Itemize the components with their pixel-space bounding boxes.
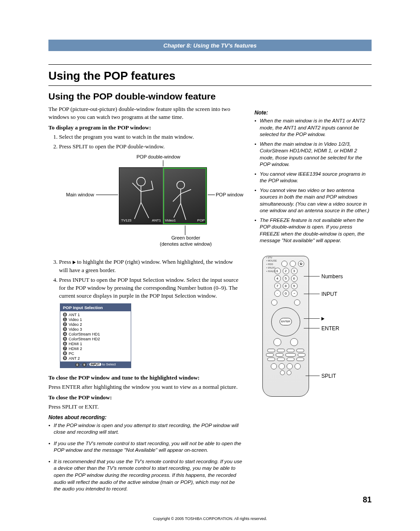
recording-note: If you use the TV's remote control to st… — [48, 440, 242, 454]
remote-btn — [279, 363, 285, 369]
remote-label-input: INPUT — [321, 291, 337, 297]
remote-btn — [287, 370, 291, 375]
pop-tag-pop: POP — [197, 218, 205, 222]
remote-btn — [290, 261, 296, 267]
remote-btn — [294, 299, 300, 306]
input-row: 2Video 2 — [62, 322, 129, 327]
remote-label-right — [321, 315, 324, 321]
page-title: Using the POP features — [48, 69, 372, 83]
chapter-title: Chapter 8: Using the TV's features — [163, 42, 257, 49]
num-3-button: 3 — [291, 268, 298, 274]
step-2: Press SPLIT to open the POP double-windo… — [59, 143, 242, 151]
pop-window-half: Video1 POP — [163, 168, 207, 224]
num-4-button: 4 — [274, 275, 281, 282]
remote-btn — [281, 261, 287, 267]
right-arrow-icon — [321, 317, 324, 321]
input-sel-title: POP Input Selection — [60, 304, 131, 311]
step-1: Select the program you want to watch in … — [59, 133, 242, 141]
legend-line1: Green border — [159, 235, 212, 240]
callout-line — [304, 294, 320, 294]
remote-mode-list: • I/TV • MOUSE • HDD • I/AUX1 • H/AUX2 — [266, 256, 277, 273]
recording-note-list: If the POP window is open and you attemp… — [48, 422, 242, 493]
split-button — [295, 363, 301, 369]
right-arrow-icon — [73, 261, 76, 264]
num-6-button: 6 — [291, 275, 298, 282]
close-body: Press SPLIT or EXIT. — [48, 403, 242, 411]
num-2-button: 2 — [283, 268, 289, 274]
dpad: ENTER — [271, 307, 300, 336]
input-row: 9ANT 2 — [62, 356, 129, 361]
side-note: The FREEZE feature is not available when… — [254, 217, 372, 244]
remote-btn — [296, 349, 304, 352]
remote-btn — [277, 358, 285, 361]
callout-line — [304, 318, 320, 319]
num-8-button: 8 — [283, 283, 289, 289]
input-sel-footer: 0 - 9 / INPUT to Select — [60, 361, 131, 367]
input-row: 8PC — [62, 351, 129, 356]
side-note: When the main window is in Video 1/2/3, … — [254, 141, 372, 168]
side-note-list: When the main window is in the ANT1 or A… — [254, 118, 372, 244]
remote-btn — [276, 353, 284, 357]
remote-label-numbers: Numbers — [321, 273, 343, 280]
diagram-line — [185, 225, 185, 235]
display-heading: To display a program in the POP window: — [48, 124, 242, 131]
recording-note: It is recommended that you use the TV's … — [48, 458, 242, 493]
vol-button — [290, 338, 298, 346]
input-row: 4ColorStream HD1 — [62, 332, 129, 336]
close-highlight-body: Press ENTER after highlighting the windo… — [48, 383, 242, 391]
remote-body: • I/TV • MOUSE • HDD • I/AUX1 • H/AUX2 ⏻… — [262, 256, 309, 397]
side-note: You cannot view two video or two antenna… — [254, 187, 372, 214]
close-heading: To close the POP window: — [48, 394, 242, 401]
remote-btn — [266, 353, 274, 357]
side-note: When the main window is in the ANT1 or A… — [254, 118, 372, 138]
remote-btn — [271, 363, 277, 369]
tv-screen: TV123 ANT1 Video1 POP — [119, 167, 207, 225]
diagram-left-label: Main window — [66, 192, 94, 197]
input-button: ⇢ — [291, 290, 298, 297]
pop-input-selection-box: POP Input Selection 0ANT 1 1Video 1 2Vid… — [60, 303, 131, 368]
main-tag-ant: ANT1 — [152, 218, 161, 222]
input-row: 0ANT 1 — [62, 312, 129, 317]
callout-line — [304, 276, 320, 277]
power-icon: ⏻ — [298, 261, 304, 267]
intro-text: The POP (picture-out-picture) double-win… — [48, 105, 242, 121]
steps-list-b: Press to highlight the POP (right) windo… — [59, 258, 242, 300]
side-note-heading: Note: — [254, 110, 372, 116]
remote-btn — [298, 353, 306, 357]
callout-line — [304, 328, 320, 328]
input-sel-body: 0ANT 1 1Video 1 2Video 2 3Video 3 4Color… — [60, 311, 131, 361]
recording-heading: Notes about recording: — [48, 414, 242, 420]
side-note: You cannot view IEEE1394 source programs… — [254, 171, 372, 184]
section-title: Using the POP double-window feature — [48, 91, 372, 102]
close-highlight-heading: To close the POP window and tune to the … — [48, 374, 242, 381]
input-row: 3Video 3 — [62, 327, 129, 332]
remote-btn — [271, 299, 277, 306]
remote-diagram: • I/TV • MOUSE • HDD • I/AUX1 • H/AUX2 ⏻… — [254, 252, 365, 402]
copyright-footer: Copyright © 2005 TOSHIBA CORPORATION. Al… — [48, 516, 372, 521]
num-7-button: 7 — [274, 283, 281, 289]
pop-tag-video: Video1 — [165, 218, 176, 222]
remote-btn — [287, 349, 295, 352]
remote-btn — [287, 358, 295, 361]
diagram-right-label: POP window — [216, 192, 243, 197]
input-row: 6HDMI 1 — [62, 341, 129, 346]
remote-label-split: SPLIT — [321, 373, 336, 379]
page-number: 81 — [363, 495, 372, 505]
svg-point-0 — [136, 177, 145, 186]
diagram-line — [96, 195, 118, 195]
input-row: 5ColorStream HD2 — [62, 336, 129, 341]
rule-top — [48, 64, 372, 65]
remote-btn — [277, 349, 285, 352]
chapter-bar: Chapter 8: Using the TV's features — [48, 40, 372, 51]
recording-note: If the POP window is open and you attemp… — [48, 422, 242, 436]
diagram-top-label: POP double-window — [136, 154, 180, 159]
remote-btn — [287, 363, 293, 369]
rule-under-h1 — [48, 85, 372, 86]
legend-line2: (denotes active window) — [151, 241, 221, 247]
diagram-line — [208, 195, 215, 195]
remote-btn — [267, 358, 275, 361]
callout-line — [306, 376, 320, 376]
num-5-button: 5 — [283, 275, 289, 282]
remote-btn — [285, 353, 296, 357]
main-tag-tv: TV123 — [121, 218, 132, 222]
